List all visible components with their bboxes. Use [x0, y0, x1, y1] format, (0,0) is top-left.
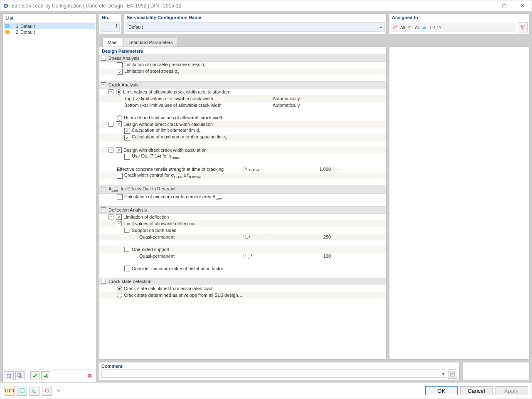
close-button[interactable]: ✕	[513, 0, 532, 11]
group-stress-analysis: − Stress Analysis	[99, 54, 386, 62]
param-row: Crack state calculated from associated l…	[99, 285, 386, 292]
number-value[interactable]: 1	[101, 22, 120, 32]
param-row: − ✓ Design without direct crack width ca…	[99, 121, 386, 128]
assigned-to-box: Assigned to All All 1-4,11	[389, 13, 530, 34]
section-design-parameters: Design Parameters	[99, 47, 386, 54]
collapse-icon[interactable]: −	[108, 214, 113, 219]
param-row: Use Eq. (7.14) for sr,max	[99, 153, 386, 160]
collapse-icon[interactable]: −	[101, 207, 106, 212]
coord-system-button[interactable]	[30, 386, 39, 396]
group-label: Stress Analysis	[108, 56, 140, 61]
checkbox-crack-width-control[interactable]	[117, 173, 123, 179]
cancel-button[interactable]: Cancel	[460, 386, 493, 395]
assign-icon	[393, 25, 398, 30]
svg-rect-10	[20, 389, 24, 393]
collapse-icon[interactable]: −	[124, 247, 129, 252]
assigned-label: All	[415, 25, 419, 30]
checkbox-limit-deflection[interactable]: ✓	[116, 214, 122, 220]
window-title: Edit Serviceability Configuration | Conc…	[11, 3, 477, 9]
assigned-chip[interactable]: All All 1-4,11	[391, 23, 515, 32]
minimize-button[interactable]: —	[477, 0, 495, 11]
param-row: Bottom (+z) limit values of allowable cr…	[99, 102, 386, 108]
param-row: Top (-z) limit values of allowable crack…	[99, 95, 386, 102]
param-label: Crack width control for σc,l,Ed ≤ fct.ef…	[124, 172, 243, 179]
comment-edit-button[interactable]	[448, 369, 457, 379]
radio-crack-state-envelope[interactable]	[117, 293, 122, 298]
checkbox-limit-steel-stress[interactable]: ✓	[117, 69, 123, 75]
center-column: No. 1 Serviceability Configuration Name …	[99, 13, 530, 382]
checkbox-consider-min-distribution[interactable]	[124, 266, 130, 271]
radio-crack-state-associated[interactable]	[117, 286, 122, 291]
param-label: Quasi-permanent	[139, 254, 243, 259]
name-dropdown[interactable]: Default ▾	[126, 22, 385, 32]
maximize-button[interactable]: ▢	[495, 0, 513, 11]
delete-item-button[interactable]: ✕	[85, 371, 94, 380]
param-label: Crack state calculated from associated l…	[124, 286, 243, 291]
comment-input[interactable]: ▾	[101, 369, 446, 378]
checkbox-calc-diameter[interactable]: ✓	[124, 128, 130, 134]
list-item-number: 1	[12, 24, 18, 29]
param-label: Design without direct crack width calcul…	[123, 122, 243, 127]
checkbox-calc-asmin[interactable]	[117, 194, 123, 200]
group-label: Crack Analysis	[108, 82, 138, 87]
surface-icon	[422, 25, 427, 30]
comment-row: Comment ▾	[99, 362, 530, 380]
comment-preview	[462, 362, 530, 380]
pick-in-view-button[interactable]	[518, 22, 528, 32]
collapse-icon[interactable]: −	[101, 56, 106, 61]
apply-button[interactable]: Apply	[495, 386, 527, 395]
tab-standard-parameters[interactable]: Standard Parameters	[124, 38, 178, 47]
param-value[interactable]: 100	[270, 254, 333, 259]
dialog-footer: 0.00 fx OK Cancel Apply	[0, 382, 532, 399]
param-label: User-defined limit values of allowable c…	[124, 115, 243, 120]
color-swatch	[5, 24, 10, 28]
collapse-icon[interactable]: −	[108, 122, 113, 127]
svg-point-1	[5, 5, 7, 7]
name-header: Serviceability Configuration Name	[124, 14, 386, 21]
list-item[interactable]: 2 Default	[4, 29, 95, 35]
checkbox-calc-spacing[interactable]: ✓	[124, 135, 130, 140]
dialog-body: List 1 Default 2 Default	[0, 11, 532, 382]
comment-header: Comment	[101, 364, 457, 369]
checkbox-limit-concrete-stress[interactable]	[117, 62, 123, 68]
param-row: − One-sided support	[99, 246, 386, 253]
list-item[interactable]: 1 Default	[4, 23, 95, 29]
param-symbol: kct.eff.wk	[243, 166, 270, 172]
collapse-icon[interactable]: −	[101, 279, 106, 284]
checkbox-use-eq714[interactable]	[124, 154, 130, 160]
check-green-button[interactable]	[30, 371, 39, 380]
preview-panel	[389, 47, 530, 360]
param-row: Quasi-permanent L / 250	[99, 234, 386, 240]
chevron-down-icon: ▾	[442, 372, 444, 376]
reset-button[interactable]	[42, 386, 52, 396]
collapse-icon[interactable]: −	[101, 187, 106, 192]
chevron-down-icon: ▾	[380, 25, 382, 30]
collapse-icon[interactable]: −	[108, 148, 113, 153]
function-button[interactable]: fx	[54, 386, 64, 395]
checkbox-without-direct-crack[interactable]: ✓	[116, 121, 122, 127]
collapse-icon[interactable]: −	[117, 221, 122, 226]
collapse-icon[interactable]: −	[101, 82, 106, 87]
check-settings-button[interactable]	[41, 371, 50, 380]
units-button[interactable]: 0.00	[5, 386, 15, 396]
radio-limit-user[interactable]	[117, 115, 122, 121]
checkbox-with-direct-crack[interactable]: ✓	[116, 147, 122, 153]
properties-table: Design Parameters − Stress Analysis Limi…	[99, 47, 387, 360]
svg-line-6	[524, 25, 525, 27]
param-label: Bottom (+z) limit values of allowable cr…	[124, 103, 243, 108]
param-value[interactable]: Automatically	[270, 103, 333, 108]
ok-button[interactable]: OK	[425, 386, 458, 395]
config-list-panel: List 1 Default 2 Default	[2, 13, 96, 382]
view-mode-button[interactable]	[17, 386, 27, 396]
copy-item-button[interactable]	[15, 371, 25, 380]
param-label: Calculation of limit diameter lim ds	[132, 128, 243, 134]
tab-main[interactable]: Main	[102, 38, 123, 47]
new-item-button[interactable]	[5, 371, 14, 380]
collapse-icon[interactable]: −	[108, 89, 113, 94]
param-value[interactable]: Automatically	[270, 96, 333, 101]
param-value[interactable]: 1.000	[270, 167, 333, 172]
param-value[interactable]: 250	[270, 234, 333, 239]
radio-limit-std[interactable]	[116, 89, 121, 95]
param-row: ✓ Calculation of limit diameter lim ds	[99, 128, 386, 134]
collapse-icon[interactable]: −	[124, 228, 129, 233]
